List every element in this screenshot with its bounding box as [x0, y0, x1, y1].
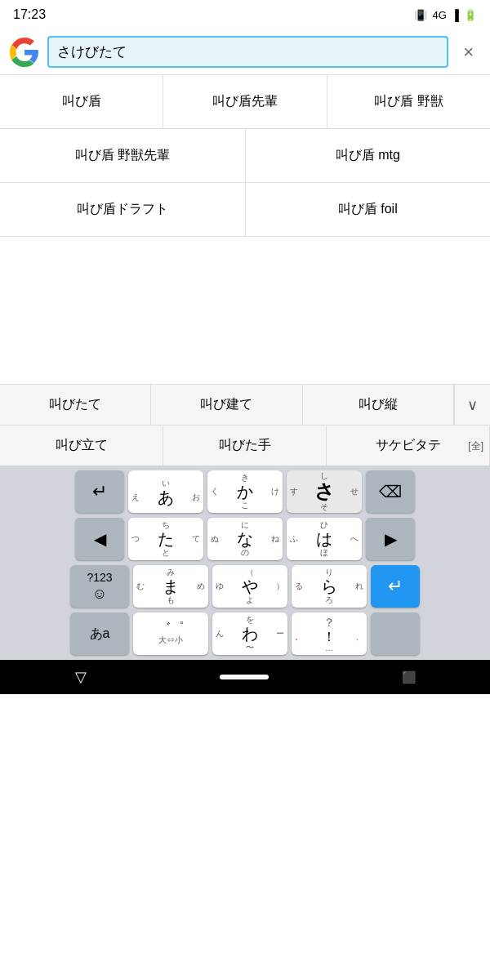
- recents-button[interactable]: ⬛: [385, 664, 432, 690]
- key-ra[interactable]: り る ら れ ろ: [292, 565, 367, 608]
- key-punct-main: ！: [323, 630, 336, 644]
- ime-suggestion-3[interactable]: 叫び縦: [303, 385, 454, 425]
- ime-suggestion-1[interactable]: 叫びたて: [0, 385, 151, 425]
- keyboard-row-4: あa ゛゜ 大⇔小 を ん わ ー 〜 ？ 。 ！ 、 …: [0, 612, 490, 655]
- key-sa[interactable]: し す さ せ そ: [287, 470, 362, 513]
- back-button[interactable]: ▽: [59, 662, 103, 693]
- suggestion-cell[interactable]: 叫び盾 mtg: [246, 129, 491, 182]
- suggestion-cell[interactable]: 叫び盾先輩: [163, 75, 327, 128]
- ime-suggestion-2[interactable]: 叫び建て: [151, 385, 302, 425]
- key-a-top: い: [128, 478, 203, 489]
- key-punct[interactable]: ？ 。 ！ 、 …: [292, 612, 367, 655]
- key-ha-left: ふ: [290, 533, 298, 545]
- key-ta[interactable]: ち つ た て と: [128, 518, 203, 560]
- keyboard-row-1: ↵ い え あ お き く か け こ し す さ せ: [0, 470, 490, 513]
- key-ra-main: ら: [321, 578, 337, 595]
- key-ha[interactable]: ひ ふ は へ ほ: [287, 518, 362, 560]
- key-ha-main: は: [316, 531, 332, 547]
- suggestion-cell[interactable]: 叫び盾ドラフト: [0, 183, 246, 236]
- search-bar: さけびたて ×: [0, 29, 490, 75]
- key-ha-right: へ: [350, 533, 359, 545]
- suggestions-grid: 叫び盾 叫び盾先輩 叫び盾 野獣 叫び盾 野獣先輩 叫び盾 mtg 叫び盾ドラフ…: [0, 75, 490, 237]
- key-ta-top: ち: [128, 519, 203, 531]
- key-ma-bottom: も: [167, 595, 175, 606]
- key-ta-main: た: [158, 531, 174, 547]
- key-wa-bottom: 〜: [246, 642, 254, 653]
- status-time: 17:23: [13, 7, 46, 22]
- key-punct-left: 。: [295, 631, 303, 643]
- key-ya-bottom: よ: [246, 595, 254, 606]
- search-query-text: さけびたて: [57, 42, 127, 61]
- key-ya-top: （: [212, 567, 287, 578]
- backspace-key[interactable]: ⌫: [366, 470, 415, 513]
- key-a-right: お: [192, 492, 200, 503]
- suggestion-cell[interactable]: 叫び盾: [0, 75, 163, 128]
- key-na[interactable]: に ぬ な ね の: [207, 518, 283, 560]
- key-wa[interactable]: を ん わ ー 〜: [212, 612, 287, 655]
- ime-suggestion-6[interactable]: サケビタテ: [327, 425, 490, 466]
- key-ka-right: け: [271, 486, 279, 497]
- signal-bars-icon: ▐: [452, 9, 459, 21]
- kana-toggle-key[interactable]: あa: [70, 612, 129, 655]
- key-ma-main: ま: [163, 578, 179, 595]
- suggestions-row-1: 叫び盾 叫び盾先輩 叫び盾 野獣: [0, 75, 490, 129]
- key-ya-left: ゆ: [216, 581, 224, 592]
- battery-icon: 🔋: [464, 9, 477, 21]
- search-input[interactable]: さけびたて: [47, 36, 448, 68]
- key-ta-bottom: と: [162, 547, 170, 559]
- enter-key[interactable]: ↵: [75, 470, 124, 513]
- key-ya[interactable]: （ ゆ や ） よ: [212, 565, 287, 608]
- key-punct-top: ？: [323, 616, 335, 630]
- num-label: ?123: [87, 571, 112, 584]
- key-wa-top: を: [212, 614, 287, 626]
- key-na-top: に: [207, 519, 283, 531]
- key-punct-right: 、: [355, 631, 363, 643]
- key-wa-left: ん: [216, 628, 224, 639]
- key-ma[interactable]: み む ま め も: [133, 565, 208, 608]
- key-sa-main: さ: [314, 482, 335, 501]
- key-ra-right: れ: [355, 581, 363, 592]
- suggestions-row-3: 叫び盾ドラフト 叫び盾 foil: [0, 183, 490, 236]
- ime-suggestions-row1: 叫びたて 叫び建て 叫び縦 ∨: [0, 384, 490, 425]
- space-key[interactable]: [371, 612, 420, 655]
- status-icons: 📳 4G ▐ 🔋: [414, 9, 477, 21]
- ime-expand-button[interactable]: ∨: [454, 385, 490, 425]
- home-button[interactable]: [220, 675, 269, 679]
- key-na-main: な: [237, 531, 253, 547]
- key-daku[interactable]: ゛゜ 大⇔小: [133, 612, 208, 655]
- key-wa-main: わ: [242, 626, 258, 642]
- emoji-icon: ☺: [92, 586, 107, 603]
- key-ha-top: ひ: [287, 519, 362, 531]
- signal-label: 4G: [432, 9, 446, 21]
- key-ya-main: や: [242, 578, 258, 595]
- num-key[interactable]: ?123 ☺: [70, 565, 129, 608]
- suggestion-cell[interactable]: 叫び盾 野獣: [327, 75, 490, 128]
- key-na-left: ぬ: [211, 533, 219, 545]
- key-sa-left: す: [290, 486, 298, 497]
- keyboard-row-3: ?123 ☺ み む ま め も （ ゆ や ） よ り る ら: [0, 565, 490, 608]
- right-arrow-key[interactable]: ▶: [366, 518, 415, 560]
- key-ka-main: か: [237, 483, 253, 500]
- ime-suggestion-4[interactable]: 叫び立て: [0, 425, 163, 466]
- key-sa-bottom: そ: [320, 501, 328, 513]
- key-punct-bottom: …: [325, 644, 333, 653]
- key-ka[interactable]: き く か け こ: [207, 470, 283, 513]
- key-a-main: あ: [158, 489, 174, 506]
- key-ka-bottom: こ: [241, 500, 249, 511]
- close-button[interactable]: ×: [457, 38, 480, 66]
- key-a-left: え: [131, 492, 140, 503]
- keyboard-row-2: ◀ ち つ た て と に ぬ な ね の ひ ふ は へ: [0, 518, 490, 560]
- left-arrow-key[interactable]: ◀: [75, 518, 124, 560]
- ime-suggestion-5[interactable]: 叫びた手: [163, 425, 327, 466]
- key-ra-left: る: [295, 581, 303, 592]
- vibrate-icon: 📳: [414, 9, 427, 21]
- suggestions-row-2: 叫び盾 野獣先輩 叫び盾 mtg: [0, 129, 490, 183]
- blue-enter-key[interactable]: ↵: [371, 565, 420, 608]
- key-ta-right: て: [192, 533, 200, 545]
- suggestion-cell[interactable]: 叫び盾 foil: [246, 183, 491, 236]
- key-a[interactable]: い え あ お: [128, 470, 203, 513]
- suggestion-cell[interactable]: 叫び盾 野獣先輩: [0, 129, 246, 182]
- key-ma-top: み: [133, 567, 208, 578]
- ime-all-label: [全]: [468, 439, 483, 452]
- key-ra-top: り: [292, 567, 367, 578]
